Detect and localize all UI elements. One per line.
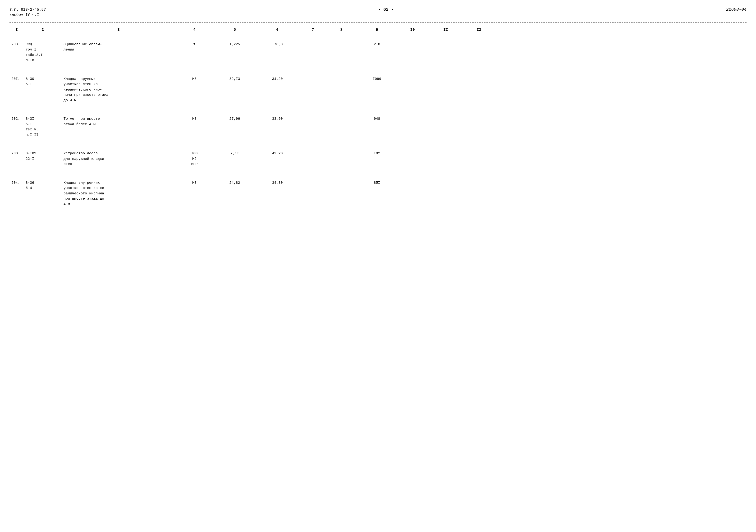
row-204-num: 204. bbox=[10, 180, 24, 186]
row-202-num: 202. bbox=[10, 117, 24, 122]
row-200-ref-2: том I bbox=[26, 47, 60, 53]
row-204-col5: 24,82 bbox=[213, 180, 256, 186]
row-201-col5: 32,I3 bbox=[213, 77, 256, 82]
row-204-col9: 85I bbox=[356, 180, 398, 186]
header-left: т.п. 813-2-45.87 альбом IУ ч.I bbox=[10, 7, 46, 18]
row-200-col5: I,225 bbox=[213, 42, 256, 47]
row-203-unit: I00М2ВПР bbox=[176, 151, 213, 167]
row-203-ref-1: 8-I89 bbox=[26, 151, 60, 156]
col-header-10: I0 bbox=[398, 28, 427, 32]
row-201-ref: 8-30 5-I bbox=[24, 77, 62, 87]
row-201-col6: 34,20 bbox=[256, 77, 299, 82]
row-200-desc: Оцинкование обрам-ления bbox=[62, 42, 176, 53]
row-203-ref-2: 22-I bbox=[26, 156, 60, 162]
row-203-desc: Устройство лесов для наружной кладки сте… bbox=[62, 151, 176, 167]
row-202-ref-3: тех.ч. bbox=[26, 127, 60, 133]
row-204-ref-2: 5-4 bbox=[26, 186, 60, 191]
row-204-ref-1: 8-36 bbox=[26, 180, 60, 186]
row-202-col6: 33,90 bbox=[256, 117, 299, 122]
row-203-col6: 42,20 bbox=[256, 151, 299, 156]
doc-number: 22698-04 bbox=[726, 7, 746, 12]
row-202-unit: М3 bbox=[176, 117, 213, 122]
doc-ref-line1: т.п. 813-2-45.87 bbox=[10, 7, 46, 12]
row-202-col5: 27,96 bbox=[213, 117, 256, 122]
row-200-ref: ССЦ том I табл.3.I п.I8 bbox=[24, 42, 62, 63]
col-header-5: 5 bbox=[213, 28, 256, 32]
row-201-col9: I099 bbox=[356, 77, 398, 82]
page-number: - 62 - bbox=[378, 7, 394, 12]
row-200-col9: 2I8 bbox=[356, 42, 398, 47]
row-201-unit: М3 bbox=[176, 77, 213, 82]
row-200-unit: т bbox=[176, 42, 213, 47]
table-body: 200. ССЦ том I табл.3.I п.I8 Оцинкование… bbox=[10, 35, 746, 214]
row-202-desc: То же, при высоте этажа более 4 м bbox=[62, 117, 176, 127]
row-200-num: 200. bbox=[10, 42, 24, 47]
table-row: 204. 8-36 5-4 Кладка внутренних участков… bbox=[10, 174, 746, 214]
col-header-4: 4 bbox=[176, 28, 213, 32]
row-202-ref-1: 8-3I bbox=[26, 117, 60, 122]
row-203-num: 203. bbox=[10, 151, 24, 156]
row-202-ref-4: п.I-II bbox=[26, 133, 60, 138]
col-header-3: 3 bbox=[62, 28, 176, 32]
col-header-1: I bbox=[10, 28, 24, 32]
row-202-ref: 8-3I 5-I тех.ч. п.I-II bbox=[24, 117, 62, 138]
row-201-ref-2: 5-I bbox=[26, 82, 60, 87]
row-200-ref-4: п.I8 bbox=[26, 58, 60, 63]
table-row: 20I. 8-30 5-I Кладка наружных участков с… bbox=[10, 70, 746, 110]
row-202-col9: 948 bbox=[356, 117, 398, 122]
col-header-9: 9 bbox=[356, 28, 398, 32]
row-204-desc: Кладка внутренних участков стен из ке- р… bbox=[62, 180, 176, 207]
column-headers: I 2 3 4 5 6 7 8 9 I0 II I2 bbox=[10, 25, 746, 35]
row-201-num: 20I. bbox=[10, 77, 24, 82]
doc-ref-line2: альбом IУ ч.I bbox=[10, 12, 46, 17]
row-204-col6: 34,30 bbox=[256, 180, 299, 186]
row-200-ref-3: табл.3.I bbox=[26, 53, 60, 58]
row-201-ref-1: 8-30 bbox=[26, 77, 60, 82]
table-row: 200. ССЦ том I табл.3.I п.I8 Оцинкование… bbox=[10, 35, 746, 70]
row-202-ref-2: 5-I bbox=[26, 122, 60, 127]
col-header-11: II bbox=[427, 28, 465, 32]
row-204-ref: 8-36 5-4 bbox=[24, 180, 62, 191]
page-header: т.п. 813-2-45.87 альбом IУ ч.I - 62 - 22… bbox=[10, 7, 746, 18]
col-header-7: 7 bbox=[299, 28, 327, 32]
row-203-ref: 8-I89 22-I bbox=[24, 151, 62, 162]
col-header-12: I2 bbox=[465, 28, 493, 32]
row-204-unit: М3 bbox=[176, 180, 213, 186]
table-row: 202. 8-3I 5-I тех.ч. п.I-II То же, при в… bbox=[10, 110, 746, 145]
row-203-col9: I02 bbox=[356, 151, 398, 156]
row-200-col6: I78,0 bbox=[256, 42, 299, 47]
table-row: 203. 8-I89 22-I Устройство лесов для нар… bbox=[10, 145, 746, 174]
top-divider bbox=[10, 22, 746, 23]
col-header-2: 2 bbox=[24, 28, 62, 32]
col-header-6: 6 bbox=[256, 28, 299, 32]
row-200-ref-1: ССЦ bbox=[26, 42, 60, 47]
row-203-col5: 2,4I bbox=[213, 151, 256, 156]
row-201-desc: Кладка наружных участков стен из керамич… bbox=[62, 77, 176, 103]
col-header-8: 8 bbox=[327, 28, 356, 32]
